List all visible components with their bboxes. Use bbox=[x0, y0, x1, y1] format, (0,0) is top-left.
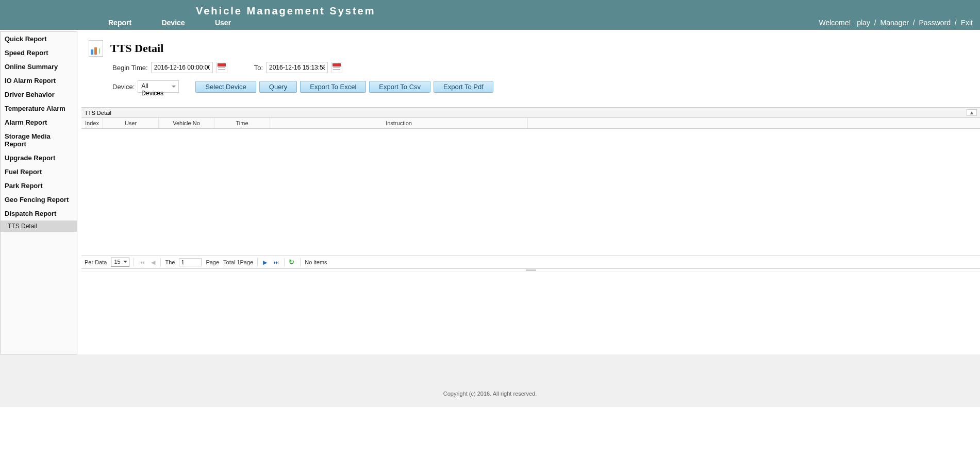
per-data-select[interactable]: 15 bbox=[111, 258, 129, 267]
report-icon bbox=[89, 40, 103, 57]
device-select[interactable]: All Devices bbox=[138, 80, 179, 93]
total-pages-label: Total 1Page bbox=[223, 259, 253, 265]
grid-header-row: Index User Vehicle No Time Instruction bbox=[81, 118, 980, 129]
the-label: The bbox=[165, 259, 175, 265]
col-user[interactable]: User bbox=[103, 118, 159, 128]
calendar-icon[interactable] bbox=[216, 62, 227, 73]
nav-user[interactable]: User bbox=[215, 19, 231, 27]
welcome-exit[interactable]: Exit bbox=[961, 19, 973, 27]
sidebar-item-fuel-report[interactable]: Fuel Report bbox=[1, 165, 77, 179]
col-instruction[interactable]: Instruction bbox=[270, 118, 528, 128]
to-time-label: To: bbox=[254, 64, 263, 72]
welcome-password[interactable]: Password bbox=[919, 19, 951, 27]
export-csv-button[interactable]: Export To Csv bbox=[369, 81, 430, 93]
sidebar-item-temperature-alarm[interactable]: Temperature Alarm bbox=[1, 101, 77, 115]
grid-title: TTS Detail bbox=[85, 110, 111, 116]
col-vehicle-no[interactable]: Vehicle No bbox=[159, 118, 214, 128]
sidebar-item-alarm-report[interactable]: Alarm Report bbox=[1, 115, 77, 129]
first-page-icon[interactable]: ⏮ bbox=[138, 259, 146, 265]
page-number-input[interactable] bbox=[179, 258, 202, 266]
nav-report[interactable]: Report bbox=[108, 19, 131, 27]
sidebar-item-geo-fencing-report[interactable]: Geo Fencing Report bbox=[1, 193, 77, 207]
prev-page-icon[interactable]: ◀ bbox=[150, 259, 156, 266]
welcome-label: Welcome! bbox=[819, 19, 851, 27]
sidebar-sub-tts-detail[interactable]: TTS Detail bbox=[1, 220, 77, 232]
welcome-manager[interactable]: Manager bbox=[881, 19, 909, 27]
calendar-icon[interactable] bbox=[331, 62, 342, 73]
sidebar-item-upgrade-report[interactable]: Upgrade Report bbox=[1, 151, 77, 165]
sidebar-item-io-alarm-report[interactable]: IO Alarm Report bbox=[1, 74, 77, 88]
pager: Per Data 15 ⏮ ◀ The Page Total 1Page ▶ ⏭ bbox=[81, 256, 980, 269]
to-time-input[interactable] bbox=[266, 62, 328, 73]
sidebar-item-online-summary[interactable]: Online Summary bbox=[1, 60, 77, 74]
grid-body bbox=[81, 129, 980, 256]
data-grid: TTS Detail ▲ Index User Vehicle No Time … bbox=[81, 107, 980, 272]
export-pdf-button[interactable]: Export To Pdf bbox=[434, 81, 493, 93]
nav-device[interactable]: Device bbox=[161, 19, 185, 27]
sidebar-item-quick-report[interactable]: Quick Report bbox=[1, 32, 77, 46]
filter-bar: Begin Time: To: Device: All Devices Sele… bbox=[81, 62, 980, 107]
col-time[interactable]: Time bbox=[214, 118, 270, 128]
main-content: TTS Detail Begin Time: To: Device: All D… bbox=[77, 30, 980, 354]
top-nav: Report Device User bbox=[108, 19, 259, 27]
begin-time-label: Begin Time: bbox=[112, 64, 148, 72]
app-header: Vehicle Management System Report Device … bbox=[0, 0, 980, 30]
sidebar: Quick Report Speed Report Online Summary… bbox=[0, 31, 77, 354]
next-page-icon[interactable]: ▶ bbox=[262, 259, 268, 266]
sidebar-item-park-report[interactable]: Park Report bbox=[1, 179, 77, 193]
welcome-bar: Welcome! play / Manager / Password / Exi… bbox=[819, 19, 975, 27]
begin-time-input[interactable] bbox=[151, 62, 213, 73]
sidebar-item-speed-report[interactable]: Speed Report bbox=[1, 46, 77, 60]
page-label: Page bbox=[206, 259, 219, 265]
app-title: Vehicle Management System bbox=[0, 0, 980, 17]
last-page-icon[interactable]: ⏭ bbox=[272, 259, 280, 265]
refresh-icon[interactable] bbox=[289, 259, 296, 266]
copyright: Copyright (c) 2016. All right reserved. bbox=[0, 354, 980, 407]
sidebar-item-storage-media-report[interactable]: Storage Media Report bbox=[1, 129, 77, 151]
welcome-username[interactable]: play bbox=[857, 19, 870, 27]
select-device-button[interactable]: Select Device bbox=[195, 81, 256, 93]
sidebar-item-dispatch-report[interactable]: Dispatch Report bbox=[1, 207, 77, 220]
sidebar-item-driver-behavior[interactable]: Driver Behavior bbox=[1, 88, 77, 101]
page-title: TTS Detail bbox=[110, 42, 163, 55]
query-button[interactable]: Query bbox=[259, 81, 297, 93]
resize-handle[interactable] bbox=[81, 269, 980, 272]
per-data-label: Per Data bbox=[85, 259, 107, 265]
col-index[interactable]: Index bbox=[81, 118, 103, 128]
export-excel-button[interactable]: Export To Excel bbox=[300, 81, 366, 93]
device-label: Device: bbox=[112, 83, 135, 91]
pager-status: No items bbox=[305, 259, 327, 265]
collapse-icon[interactable]: ▲ bbox=[967, 109, 977, 116]
